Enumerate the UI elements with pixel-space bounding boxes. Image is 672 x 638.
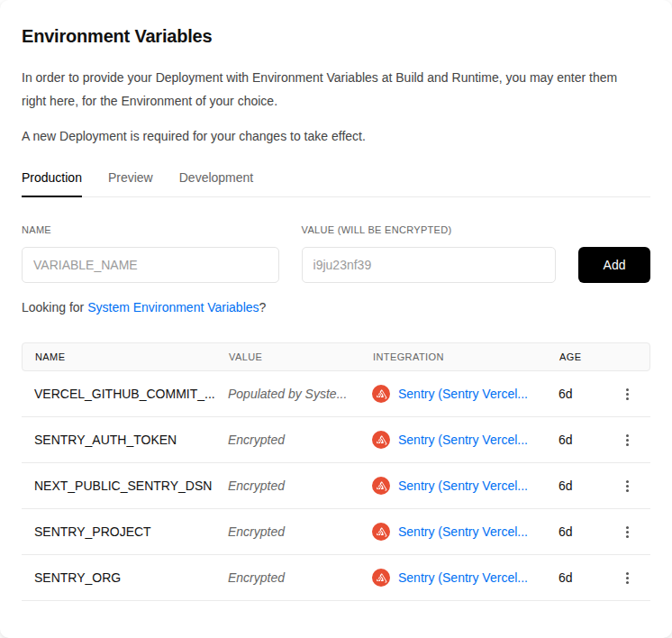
integration-link[interactable]: Sentry (Sentry Vercel...: [398, 433, 528, 447]
system-env-hint: Looking for System Environment Variables…: [22, 300, 650, 314]
row-menu-kebab-icon[interactable]: [624, 477, 631, 496]
table-row: NEXT_PUBLIC_SENTRY_DSN Encrypted Sentry …: [22, 463, 650, 509]
table-row: SENTRY_ORG Encrypted Sentry (Sentry Verc…: [22, 555, 650, 601]
variable-value-cell: Populated by Syste...: [215, 387, 359, 401]
description-line-1: In order to provide your Deployment with…: [22, 66, 631, 113]
age-cell: 6d: [546, 570, 596, 585]
integration-cell: Sentry (Sentry Vercel...: [359, 431, 546, 449]
variable-value-input[interactable]: [302, 247, 557, 283]
tab-preview[interactable]: Preview: [108, 170, 153, 197]
add-variable-form: NAME VALUE (WILL BE ENCRYPTED) Add: [22, 224, 650, 283]
system-env-hint-suffix: ?: [259, 300, 267, 314]
sentry-icon: [372, 569, 390, 587]
table-row: SENTRY_PROJECT Encrypted Sentry (Sentry …: [22, 509, 650, 555]
tab-production[interactable]: Production: [22, 170, 82, 197]
environment-tabs: Production Preview Development: [22, 170, 650, 197]
variable-name-cell: SENTRY_PROJECT: [22, 524, 215, 539]
variable-value-cell: Encrypted: [215, 478, 359, 493]
integration-link[interactable]: Sentry (Sentry Vercel...: [398, 387, 528, 401]
integration-link[interactable]: Sentry (Sentry Vercel...: [398, 478, 528, 493]
sentry-icon: [372, 431, 390, 449]
table-row: SENTRY_AUTH_TOKEN Encrypted Sentry (Sent…: [22, 417, 650, 463]
integration-cell: Sentry (Sentry Vercel...: [359, 569, 546, 587]
table-header-row: NAME VALUE INTEGRATION AGE: [22, 342, 650, 371]
column-header-value: VALUE: [216, 351, 360, 362]
system-env-variables-link[interactable]: System Environment Variables: [87, 300, 259, 314]
tab-development[interactable]: Development: [179, 170, 254, 197]
variable-name-cell: VERCEL_GITHUB_COMMIT_...: [22, 387, 215, 401]
row-menu-kebab-icon[interactable]: [624, 431, 631, 450]
description-line-2: A new Deployment is required for your ch…: [22, 124, 631, 148]
column-header-integration: INTEGRATION: [360, 351, 547, 362]
row-menu-kebab-icon[interactable]: [624, 569, 631, 588]
age-cell: 6d: [546, 524, 596, 539]
add-button[interactable]: Add: [578, 247, 650, 283]
age-cell: 6d: [546, 387, 596, 401]
page-title: Environment Variables: [22, 25, 650, 47]
integration-link[interactable]: Sentry (Sentry Vercel...: [398, 570, 528, 585]
integration-cell: Sentry (Sentry Vercel...: [359, 477, 546, 495]
integration-cell: Sentry (Sentry Vercel...: [359, 385, 546, 403]
variable-name-input[interactable]: [22, 247, 279, 283]
variable-name-cell: NEXT_PUBLIC_SENTRY_DSN: [22, 478, 215, 493]
environment-variables-panel: Environment Variables In order to provid…: [0, 0, 672, 638]
row-menu-kebab-icon[interactable]: [624, 523, 631, 542]
sentry-icon: [372, 385, 390, 403]
column-header-name: NAME: [23, 351, 216, 362]
variable-name-cell: SENTRY_ORG: [22, 570, 215, 585]
table-body: VERCEL_GITHUB_COMMIT_... Populated by Sy…: [22, 371, 650, 601]
column-header-age: AGE: [547, 351, 597, 362]
table-row: VERCEL_GITHUB_COMMIT_... Populated by Sy…: [22, 371, 650, 417]
row-menu-kebab-icon[interactable]: [624, 385, 631, 404]
system-env-hint-prefix: Looking for: [22, 300, 87, 314]
variable-value-cell: Encrypted: [215, 433, 359, 447]
variable-value-cell: Encrypted: [215, 570, 359, 585]
age-cell: 6d: [546, 478, 596, 493]
age-cell: 6d: [546, 433, 596, 447]
integration-cell: Sentry (Sentry Vercel...: [359, 523, 546, 541]
variable-name-cell: SENTRY_AUTH_TOKEN: [22, 433, 215, 447]
name-field-label: NAME: [22, 224, 279, 235]
variable-value-cell: Encrypted: [215, 524, 359, 539]
sentry-icon: [372, 523, 390, 541]
integration-link[interactable]: Sentry (Sentry Vercel...: [398, 524, 528, 539]
sentry-icon: [372, 477, 390, 495]
env-variables-table: NAME VALUE INTEGRATION AGE VERCEL_GITHUB…: [22, 342, 650, 601]
value-field-label: VALUE (WILL BE ENCRYPTED): [302, 224, 557, 235]
